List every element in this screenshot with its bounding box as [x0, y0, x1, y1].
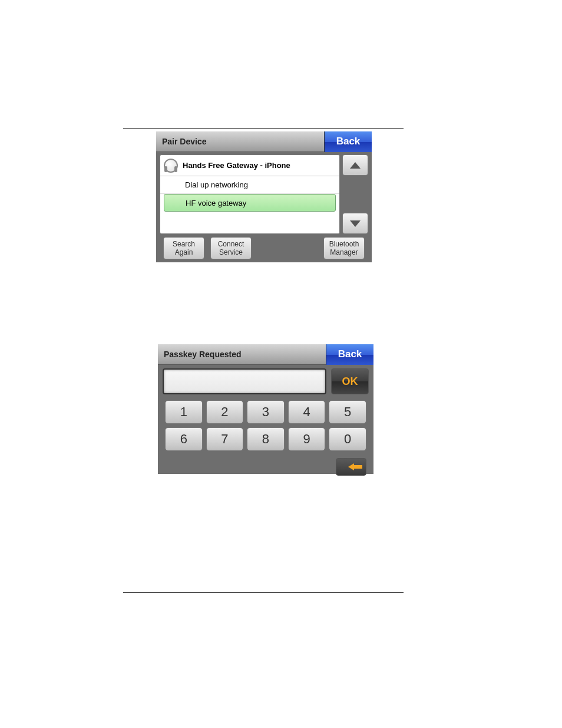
key-2[interactable]: 2	[206, 400, 244, 424]
service-item-dialup[interactable]: Dial up networking	[160, 176, 339, 194]
service-label: Dial up networking	[185, 180, 248, 189]
bottom-separator	[123, 592, 404, 593]
key-label: 9	[303, 431, 310, 447]
key-6[interactable]: 6	[165, 427, 203, 451]
key-1[interactable]: 1	[165, 400, 203, 424]
screen-title: Passkey Requested	[164, 350, 242, 359]
key-label: 7	[221, 431, 228, 447]
pair-device-screen: Pair Device Back Hands Free Gateway - iP…	[156, 131, 372, 262]
connect-service-button[interactable]: Connect Service	[210, 237, 252, 259]
key-label: 0	[344, 431, 351, 447]
button-label: Bluetooth Manager	[329, 240, 359, 256]
key-8[interactable]: 8	[247, 427, 285, 451]
key-label: 1	[180, 404, 187, 420]
input-row: OK	[163, 368, 369, 394]
device-list: Hands Free Gateway - iPhone Dial up netw…	[160, 154, 340, 234]
headset-icon	[164, 159, 178, 173]
screen-title: Pair Device	[162, 137, 207, 146]
service-label: HF voice gateway	[186, 199, 246, 207]
back-button[interactable]: Back	[324, 131, 372, 152]
footer-left-group: Search Again Connect Service	[163, 237, 252, 259]
passkey-screen: Passkey Requested Back OK 1 2 3 4 5 6 7 …	[158, 344, 373, 474]
device-row[interactable]: Hands Free Gateway - iPhone	[160, 155, 339, 176]
scroll-up-button[interactable]	[342, 154, 368, 176]
back-button[interactable]: Back	[326, 344, 373, 365]
device-name: Hands Free Gateway - iPhone	[183, 161, 290, 170]
search-again-button[interactable]: Search Again	[163, 237, 204, 259]
titlebar: Pair Device Back	[156, 131, 372, 152]
key-7[interactable]: 7	[206, 427, 244, 451]
key-0[interactable]: 0	[329, 427, 366, 451]
key-3[interactable]: 3	[247, 400, 285, 424]
bluetooth-manager-button[interactable]: Bluetooth Manager	[323, 237, 365, 259]
key-9[interactable]: 9	[288, 427, 326, 451]
key-label: 2	[221, 404, 228, 420]
arrow-left-icon	[348, 463, 354, 470]
key-label: 3	[262, 404, 269, 420]
back-label: Back	[338, 348, 362, 360]
key-4[interactable]: 4	[288, 400, 326, 424]
key-label: 6	[180, 431, 187, 447]
key-label: 5	[344, 404, 351, 420]
button-label: Connect Service	[218, 240, 244, 256]
backspace-button[interactable]	[336, 458, 366, 476]
button-label: Search Again	[173, 240, 195, 256]
ok-button[interactable]: OK	[331, 368, 369, 394]
back-label: Back	[336, 136, 361, 147]
passkey-input[interactable]	[163, 368, 326, 394]
ok-label: OK	[342, 375, 358, 388]
chevron-down-icon	[350, 220, 361, 227]
titlebar: Passkey Requested Back	[158, 344, 373, 365]
service-item-hf-voice[interactable]: HF voice gateway	[164, 194, 336, 212]
key-label: 4	[303, 404, 310, 420]
key-label: 8	[262, 431, 269, 447]
chevron-up-icon	[350, 162, 361, 169]
key-5[interactable]: 5	[329, 400, 366, 424]
top-separator	[123, 129, 404, 129]
scrollbar	[342, 154, 368, 234]
scroll-down-button[interactable]	[342, 213, 368, 234]
backspace-row	[165, 458, 366, 476]
pair-footer: Search Again Connect Service Bluetooth M…	[156, 234, 372, 262]
pair-body: Hands Free Gateway - iPhone Dial up netw…	[160, 154, 368, 234]
numeric-keypad: 1 2 3 4 5 6 7 8 9 0	[165, 400, 366, 451]
